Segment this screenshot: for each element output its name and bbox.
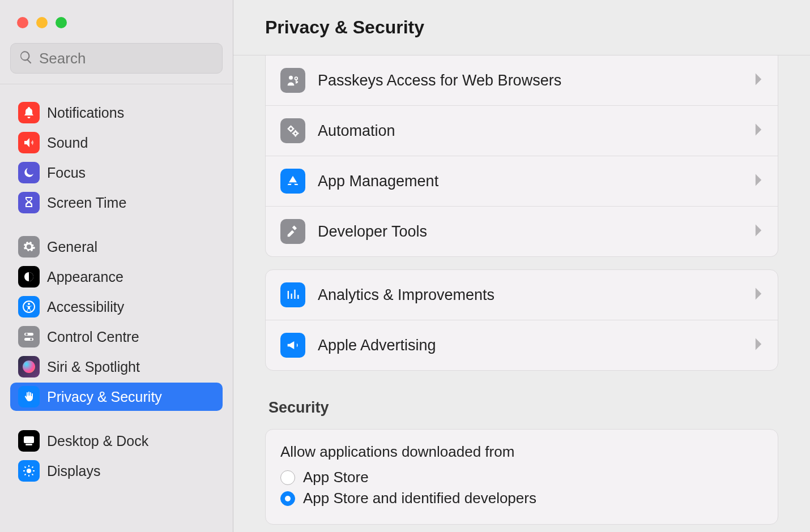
minimize-button[interactable] — [36, 17, 48, 28]
row-label: Apple Advertising — [318, 337, 754, 354]
page-title: Privacy & Security — [265, 17, 424, 38]
sidebar-item-controlcentre[interactable]: Control Centre — [10, 323, 223, 351]
sidebar-item-label: Focus — [47, 165, 86, 181]
radio-icon — [280, 491, 295, 506]
row-devtools[interactable]: Developer Tools — [266, 207, 778, 256]
sidebar-item-label: Siri & Spotlight — [47, 359, 140, 375]
sidebar-item-displays[interactable]: Displays — [10, 457, 223, 485]
sun-icon — [18, 460, 40, 482]
siri-icon — [18, 356, 40, 377]
radio-icon — [280, 470, 295, 485]
sidebar-item-siri[interactable]: Siri & Spotlight — [10, 353, 223, 381]
sidebar-group-2: General Appearance Accessibility Control… — [10, 233, 223, 411]
sidebar-item-label: Desktop & Dock — [47, 433, 148, 449]
sidebar-item-accessibility[interactable]: Accessibility — [10, 293, 223, 321]
sidebar-item-label: Privacy & Security — [47, 389, 162, 405]
appearance-icon — [18, 266, 40, 288]
dock-icon — [18, 430, 40, 452]
privacy-group-2: Analytics & Improvements Apple Advertisi… — [265, 269, 778, 371]
sidebar-item-label: Displays — [47, 463, 100, 479]
bell-icon — [18, 102, 40, 123]
sidebar-group-1: Notifications Sound Focus Screen Time — [10, 98, 223, 217]
chevron-right-icon — [754, 173, 763, 190]
privacy-group-1: Passkeys Access for Web Browsers Automat… — [265, 55, 778, 257]
allow-from-title: Allow applications downloaded from — [280, 443, 763, 461]
search-input[interactable] — [39, 50, 214, 67]
hammer-icon — [280, 219, 305, 244]
svg-line-14 — [25, 467, 26, 468]
security-heading: Security — [268, 399, 778, 417]
row-label: Analytics & Improvements — [318, 286, 754, 304]
search-icon — [19, 50, 33, 67]
svg-point-19 — [295, 77, 298, 80]
svg-line-15 — [32, 474, 33, 475]
window-controls — [0, 0, 233, 43]
sidebar-item-label: General — [47, 239, 97, 255]
gears-icon — [280, 118, 305, 143]
chevron-right-icon — [754, 122, 763, 139]
svg-rect-7 — [24, 436, 34, 443]
allow-from-block: Allow applications downloaded from App S… — [266, 430, 778, 524]
appstore-icon — [280, 169, 305, 194]
row-automation[interactable]: Automation — [266, 106, 778, 156]
content-scroll[interactable]: Passkeys Access for Web Browsers Automat… — [233, 55, 810, 532]
row-label: Automation — [318, 122, 754, 140]
moon-icon — [18, 162, 40, 183]
chevron-right-icon — [754, 72, 763, 89]
sidebar-item-label: Appearance — [47, 269, 123, 285]
radio-label: App Store — [303, 469, 369, 486]
sidebar-item-screentime[interactable]: Screen Time — [10, 188, 223, 217]
chevron-right-icon — [754, 337, 763, 354]
row-label: Passkeys Access for Web Browsers — [318, 72, 754, 89]
security-allow-card: Allow applications downloaded from App S… — [265, 429, 778, 525]
sidebar-item-focus[interactable]: Focus — [10, 158, 223, 187]
svg-point-4 — [25, 333, 28, 336]
svg-rect-8 — [25, 444, 32, 445]
chart-icon — [280, 282, 305, 307]
megaphone-icon — [280, 333, 305, 358]
row-passkeys[interactable]: Passkeys Access for Web Browsers — [266, 55, 778, 106]
radio-appstore[interactable]: App Store — [280, 469, 763, 486]
svg-point-9 — [27, 469, 31, 473]
radio-label: App Store and identified developers — [303, 490, 536, 507]
radio-appstore-identified[interactable]: App Store and identified developers — [280, 490, 763, 507]
sidebar-item-desktop[interactable]: Desktop & Dock — [10, 427, 223, 455]
sidebar-item-general[interactable]: General — [10, 233, 223, 261]
svg-point-18 — [289, 76, 293, 80]
hourglass-icon — [18, 192, 40, 213]
svg-line-16 — [25, 474, 26, 475]
sidebar-item-label: Accessibility — [47, 299, 124, 315]
speaker-icon — [18, 132, 40, 153]
titlebar: Privacy & Security — [233, 0, 810, 55]
svg-point-6 — [30, 338, 32, 341]
svg-point-21 — [294, 132, 297, 135]
sidebar: Notifications Sound Focus Screen Time — [0, 0, 233, 532]
close-button[interactable] — [17, 17, 28, 28]
main-content: Privacy & Security Passkeys Access for W… — [233, 0, 810, 532]
passkeys-icon — [280, 68, 305, 93]
row-appmanagement[interactable]: App Management — [266, 156, 778, 207]
row-advertising[interactable]: Apple Advertising — [266, 320, 778, 370]
sidebar-group-3: Desktop & Dock Displays — [10, 427, 223, 485]
accessibility-icon — [18, 296, 40, 318]
sidebar-item-notifications[interactable]: Notifications — [10, 98, 223, 127]
sidebar-item-sound[interactable]: Sound — [10, 128, 223, 157]
chevron-right-icon — [754, 223, 763, 240]
sidebar-item-label: Sound — [47, 135, 88, 151]
gear-icon — [18, 236, 40, 258]
sidebar-item-label: Notifications — [47, 105, 124, 121]
hand-icon — [18, 386, 40, 407]
row-analytics[interactable]: Analytics & Improvements — [266, 270, 778, 320]
maximize-button[interactable] — [56, 17, 67, 28]
svg-point-20 — [289, 127, 293, 131]
row-label: App Management — [318, 173, 754, 190]
svg-line-17 — [32, 467, 33, 468]
search-box[interactable] — [10, 43, 223, 74]
sidebar-item-label: Control Centre — [47, 329, 139, 345]
row-label: Developer Tools — [318, 223, 754, 241]
sidebar-nav: Notifications Sound Focus Screen Time — [0, 84, 233, 532]
sidebar-item-appearance[interactable]: Appearance — [10, 263, 223, 291]
sidebar-item-privacy[interactable]: Privacy & Security — [10, 383, 223, 411]
chevron-right-icon — [754, 286, 763, 303]
sidebar-item-label: Screen Time — [47, 195, 126, 211]
